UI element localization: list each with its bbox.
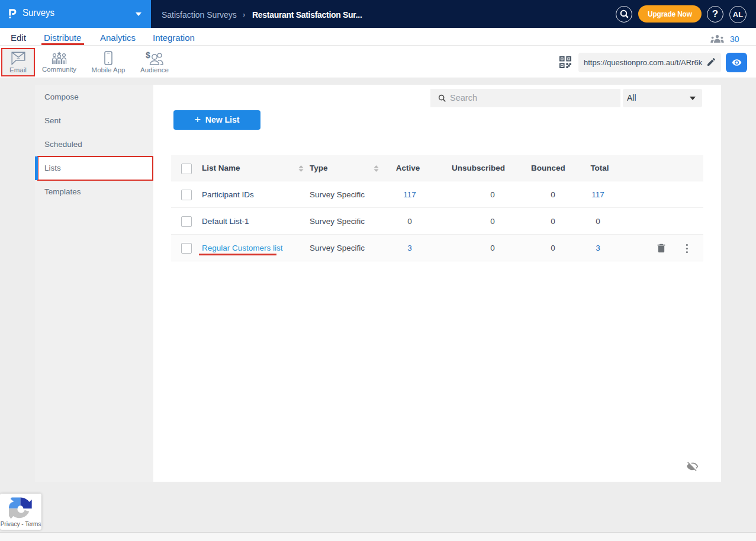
svg-text:$: $ [146, 51, 150, 60]
